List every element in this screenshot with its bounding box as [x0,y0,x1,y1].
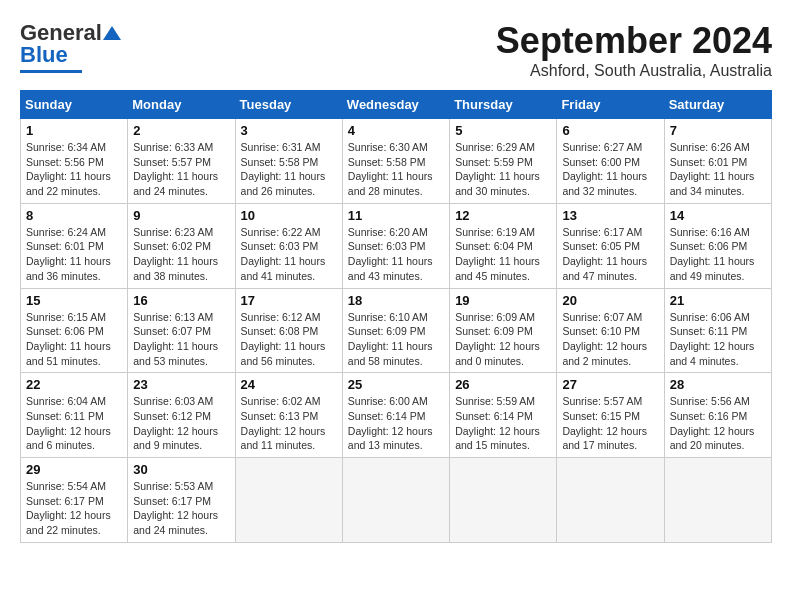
day-number: 19 [455,293,551,308]
day-info: Sunrise: 6:24 AM Sunset: 6:01 PM Dayligh… [26,225,122,284]
table-row [342,458,449,543]
day-info: Sunrise: 6:10 AM Sunset: 6:09 PM Dayligh… [348,310,444,369]
day-info: Sunrise: 5:56 AM Sunset: 6:16 PM Dayligh… [670,394,766,453]
day-info: Sunrise: 6:03 AM Sunset: 6:12 PM Dayligh… [133,394,229,453]
day-number: 11 [348,208,444,223]
day-number: 7 [670,123,766,138]
header-tuesday: Tuesday [235,91,342,119]
table-row: 8Sunrise: 6:24 AM Sunset: 6:01 PM Daylig… [21,203,128,288]
day-info: Sunrise: 6:15 AM Sunset: 6:06 PM Dayligh… [26,310,122,369]
day-number: 30 [133,462,229,477]
day-number: 16 [133,293,229,308]
day-number: 28 [670,377,766,392]
svg-marker-0 [103,26,121,40]
day-info: Sunrise: 6:17 AM Sunset: 6:05 PM Dayligh… [562,225,658,284]
day-number: 8 [26,208,122,223]
day-info: Sunrise: 6:27 AM Sunset: 6:00 PM Dayligh… [562,140,658,199]
day-info: Sunrise: 6:23 AM Sunset: 6:02 PM Dayligh… [133,225,229,284]
header-sunday: Sunday [21,91,128,119]
day-number: 2 [133,123,229,138]
logo-underline [20,70,82,73]
header-thursday: Thursday [450,91,557,119]
table-row: 15Sunrise: 6:15 AM Sunset: 6:06 PM Dayli… [21,288,128,373]
table-row: 13Sunrise: 6:17 AM Sunset: 6:05 PM Dayli… [557,203,664,288]
day-info: Sunrise: 6:30 AM Sunset: 5:58 PM Dayligh… [348,140,444,199]
calendar-row: 29Sunrise: 5:54 AM Sunset: 6:17 PM Dayli… [21,458,772,543]
day-number: 25 [348,377,444,392]
table-row: 28Sunrise: 5:56 AM Sunset: 6:16 PM Dayli… [664,373,771,458]
day-number: 27 [562,377,658,392]
header-wednesday: Wednesday [342,91,449,119]
day-info: Sunrise: 6:16 AM Sunset: 6:06 PM Dayligh… [670,225,766,284]
table-row: 9Sunrise: 6:23 AM Sunset: 6:02 PM Daylig… [128,203,235,288]
table-row: 11Sunrise: 6:20 AM Sunset: 6:03 PM Dayli… [342,203,449,288]
table-row [450,458,557,543]
calendar-body: 1Sunrise: 6:34 AM Sunset: 5:56 PM Daylig… [21,119,772,543]
table-row: 17Sunrise: 6:12 AM Sunset: 6:08 PM Dayli… [235,288,342,373]
day-info: Sunrise: 6:07 AM Sunset: 6:10 PM Dayligh… [562,310,658,369]
day-info: Sunrise: 6:22 AM Sunset: 6:03 PM Dayligh… [241,225,337,284]
day-info: Sunrise: 6:34 AM Sunset: 5:56 PM Dayligh… [26,140,122,199]
day-number: 14 [670,208,766,223]
day-number: 22 [26,377,122,392]
location-title: Ashford, South Australia, Australia [496,62,772,80]
day-number: 5 [455,123,551,138]
page-header: General Blue September 2024 Ashford, Sou… [20,20,772,80]
day-info: Sunrise: 6:19 AM Sunset: 6:04 PM Dayligh… [455,225,551,284]
table-row: 14Sunrise: 6:16 AM Sunset: 6:06 PM Dayli… [664,203,771,288]
day-number: 12 [455,208,551,223]
table-row: 5Sunrise: 6:29 AM Sunset: 5:59 PM Daylig… [450,119,557,204]
day-info: Sunrise: 5:59 AM Sunset: 6:14 PM Dayligh… [455,394,551,453]
table-row [557,458,664,543]
table-row: 23Sunrise: 6:03 AM Sunset: 6:12 PM Dayli… [128,373,235,458]
table-row: 30Sunrise: 5:53 AM Sunset: 6:17 PM Dayli… [128,458,235,543]
table-row: 21Sunrise: 6:06 AM Sunset: 6:11 PM Dayli… [664,288,771,373]
calendar-table: Sunday Monday Tuesday Wednesday Thursday… [20,90,772,543]
logo: General Blue [20,20,122,73]
day-number: 13 [562,208,658,223]
day-number: 26 [455,377,551,392]
day-number: 23 [133,377,229,392]
day-number: 24 [241,377,337,392]
day-info: Sunrise: 5:53 AM Sunset: 6:17 PM Dayligh… [133,479,229,538]
day-number: 18 [348,293,444,308]
month-title: September 2024 [496,20,772,62]
table-row: 7Sunrise: 6:26 AM Sunset: 6:01 PM Daylig… [664,119,771,204]
day-number: 17 [241,293,337,308]
table-row: 19Sunrise: 6:09 AM Sunset: 6:09 PM Dayli… [450,288,557,373]
weekday-header-row: Sunday Monday Tuesday Wednesday Thursday… [21,91,772,119]
table-row: 29Sunrise: 5:54 AM Sunset: 6:17 PM Dayli… [21,458,128,543]
table-row: 6Sunrise: 6:27 AM Sunset: 6:00 PM Daylig… [557,119,664,204]
day-number: 15 [26,293,122,308]
table-row: 3Sunrise: 6:31 AM Sunset: 5:58 PM Daylig… [235,119,342,204]
day-info: Sunrise: 6:09 AM Sunset: 6:09 PM Dayligh… [455,310,551,369]
day-info: Sunrise: 5:57 AM Sunset: 6:15 PM Dayligh… [562,394,658,453]
table-row: 12Sunrise: 6:19 AM Sunset: 6:04 PM Dayli… [450,203,557,288]
day-info: Sunrise: 6:04 AM Sunset: 6:11 PM Dayligh… [26,394,122,453]
day-info: Sunrise: 6:02 AM Sunset: 6:13 PM Dayligh… [241,394,337,453]
table-row: 24Sunrise: 6:02 AM Sunset: 6:13 PM Dayli… [235,373,342,458]
table-row [235,458,342,543]
day-info: Sunrise: 6:00 AM Sunset: 6:14 PM Dayligh… [348,394,444,453]
table-row: 27Sunrise: 5:57 AM Sunset: 6:15 PM Dayli… [557,373,664,458]
day-number: 1 [26,123,122,138]
day-number: 20 [562,293,658,308]
day-info: Sunrise: 6:12 AM Sunset: 6:08 PM Dayligh… [241,310,337,369]
day-number: 6 [562,123,658,138]
calendar-row: 8Sunrise: 6:24 AM Sunset: 6:01 PM Daylig… [21,203,772,288]
table-row: 2Sunrise: 6:33 AM Sunset: 5:57 PM Daylig… [128,119,235,204]
table-row: 18Sunrise: 6:10 AM Sunset: 6:09 PM Dayli… [342,288,449,373]
table-row: 25Sunrise: 6:00 AM Sunset: 6:14 PM Dayli… [342,373,449,458]
day-info: Sunrise: 6:26 AM Sunset: 6:01 PM Dayligh… [670,140,766,199]
header-friday: Friday [557,91,664,119]
day-number: 29 [26,462,122,477]
table-row: 10Sunrise: 6:22 AM Sunset: 6:03 PM Dayli… [235,203,342,288]
logo-arrow-icon [103,24,121,42]
table-row: 1Sunrise: 6:34 AM Sunset: 5:56 PM Daylig… [21,119,128,204]
day-info: Sunrise: 5:54 AM Sunset: 6:17 PM Dayligh… [26,479,122,538]
day-number: 21 [670,293,766,308]
table-row: 26Sunrise: 5:59 AM Sunset: 6:14 PM Dayli… [450,373,557,458]
day-info: Sunrise: 6:06 AM Sunset: 6:11 PM Dayligh… [670,310,766,369]
header-monday: Monday [128,91,235,119]
table-row: 4Sunrise: 6:30 AM Sunset: 5:58 PM Daylig… [342,119,449,204]
